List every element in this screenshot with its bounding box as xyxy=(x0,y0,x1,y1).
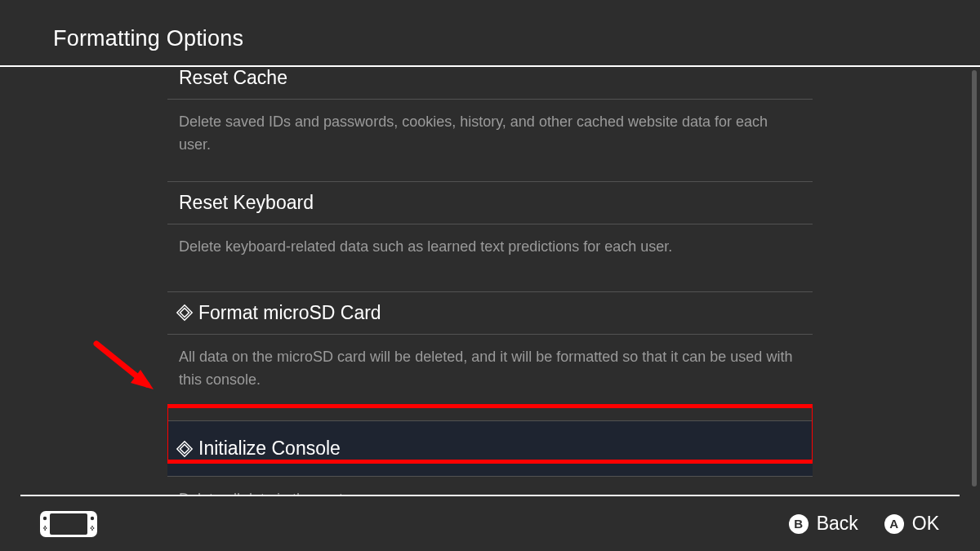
header: Formatting Options xyxy=(0,0,980,67)
option-label: Reset Keyboard xyxy=(179,192,314,214)
options-list: Reset Cache Delete saved IDs and passwor… xyxy=(167,67,813,495)
diamond-icon xyxy=(176,440,194,458)
svg-point-12 xyxy=(91,526,93,527)
svg-point-6 xyxy=(43,527,45,529)
option-label: Initialize Console xyxy=(198,438,341,460)
option-format-microsd: Format microSD Card All data on the micr… xyxy=(167,292,813,422)
svg-point-9 xyxy=(44,529,46,531)
svg-point-13 xyxy=(91,529,93,531)
back-label: Back xyxy=(817,513,858,535)
option-reset-keyboard-button[interactable]: Reset Keyboard xyxy=(167,182,813,224)
svg-point-7 xyxy=(46,527,47,529)
option-label: Reset Cache xyxy=(179,67,287,89)
footer-actions: B Back A OK xyxy=(789,513,939,535)
scrollbar[interactable] xyxy=(972,70,977,487)
option-reset-cache-button[interactable]: Reset Cache xyxy=(167,67,813,99)
option-description: Delete all data in the system memory. xyxy=(167,476,813,495)
console-icon xyxy=(39,510,98,538)
svg-point-5 xyxy=(91,516,94,519)
page-title: Formatting Options xyxy=(53,26,243,51)
option-format-microsd-button[interactable]: Format microSD Card xyxy=(167,292,813,334)
diamond-icon xyxy=(176,304,194,322)
option-initialize-console: Initialize Console Delete all data in th… xyxy=(167,421,813,495)
ok-button[interactable]: A OK xyxy=(884,513,939,535)
a-button-icon: A xyxy=(884,514,904,534)
annotation-arrow xyxy=(90,339,163,396)
svg-point-10 xyxy=(91,527,92,529)
svg-point-11 xyxy=(93,527,95,529)
svg-point-4 xyxy=(43,516,47,519)
option-initialize-console-button[interactable]: Initialize Console xyxy=(167,421,813,476)
svg-point-8 xyxy=(44,526,46,527)
back-button[interactable]: B Back xyxy=(789,513,858,535)
option-description: All data on the microSD card will be del… xyxy=(167,334,813,421)
svg-rect-3 xyxy=(50,513,87,535)
option-reset-keyboard: Reset Keyboard Delete keyboard-related d… xyxy=(167,182,813,292)
svg-marker-1 xyxy=(131,370,154,389)
ok-label: OK xyxy=(912,513,939,535)
footer: B Back A OK xyxy=(0,495,980,551)
b-button-icon: B xyxy=(789,514,808,534)
option-description: Delete saved IDs and passwords, cookies,… xyxy=(167,99,813,181)
option-reset-cache: Reset Cache Delete saved IDs and passwor… xyxy=(167,67,813,182)
svg-line-0 xyxy=(96,344,147,384)
option-label: Format microSD Card xyxy=(198,302,381,324)
option-description: Delete keyboard-related data such as lea… xyxy=(167,224,813,291)
